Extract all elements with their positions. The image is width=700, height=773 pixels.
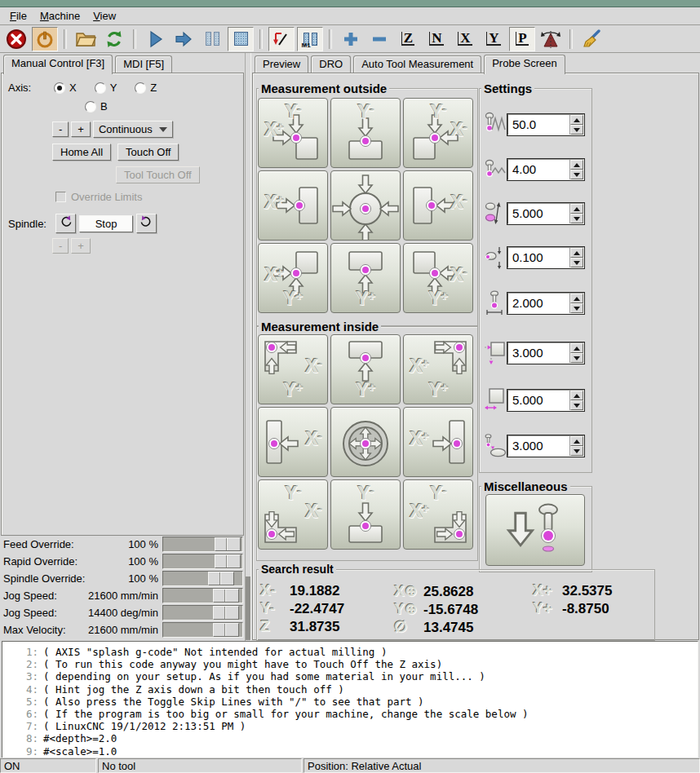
slider-handle[interactable]: [213, 623, 239, 637]
jog-minus-button[interactable]: -: [52, 121, 69, 137]
spin-up-button[interactable]: [570, 391, 583, 400]
spin-down-button[interactable]: [570, 303, 583, 313]
sash-grip[interactable]: [246, 576, 250, 640]
probe-feed-slow-spinbox[interactable]: 4.00: [507, 159, 584, 180]
spin-up-button[interactable]: [570, 160, 583, 170]
spin-down-button[interactable]: [570, 353, 583, 363]
tool-touch-off-button[interactable]: Tool Touch Off: [116, 166, 200, 183]
probe-outside-ym[interactable]: Y-: [330, 98, 401, 168]
probe-outside-corner-xp-ym[interactable]: Y-X+: [258, 98, 328, 168]
panel-sash[interactable]: [245, 53, 251, 642]
view-x-button[interactable]: X: [452, 27, 478, 51]
slider-handle[interactable]: [213, 589, 239, 603]
slider-handle[interactable]: [215, 537, 241, 551]
tab-probe-screen[interactable]: Probe Screen: [484, 55, 565, 74]
probe-inside-corner-xp-yp[interactable]: X+Y+: [403, 334, 473, 404]
probe-inside-center-hole[interactable]: [330, 407, 401, 477]
rotate-view-button[interactable]: [538, 27, 564, 51]
menu-file[interactable]: File: [3, 8, 33, 24]
probe-outside-center-circle[interactable]: [330, 170, 401, 241]
spindle-ccw-button[interactable]: [55, 214, 76, 233]
probe-latch-distance-spinbox[interactable]: 0.100: [507, 247, 584, 268]
tab-mdi-f5-[interactable]: MDI [F5]: [115, 55, 172, 73]
probe-inside-yp[interactable]: Y+: [330, 334, 401, 404]
spin-down-button[interactable]: [570, 214, 583, 223]
machine-power-button[interactable]: [32, 27, 58, 51]
touch-off-button[interactable]: Touch Off: [117, 144, 179, 161]
probe-inside-corner-ym-xp[interactable]: Y-X+: [403, 479, 473, 550]
menu-view[interactable]: View: [86, 8, 122, 24]
xy-clearance-spinbox[interactable]: 3.000: [507, 342, 584, 364]
spin-up-button[interactable]: [570, 115, 583, 125]
pause-button[interactable]: [199, 27, 225, 51]
window-titlebar[interactable]: [0, 0, 700, 7]
spin-up-button[interactable]: [570, 248, 583, 258]
probe-outside-xm[interactable]: X-: [403, 170, 473, 241]
jog-plus-button[interactable]: +: [71, 121, 91, 137]
probe-outside-corner-xm-ym[interactable]: Y-X-: [403, 98, 473, 168]
jog-mode-dropdown[interactable]: Continuous: [93, 121, 173, 138]
probe-down-button[interactable]: [485, 494, 585, 566]
spin-up-button[interactable]: [570, 204, 583, 214]
view-perspective-button[interactable]: P: [509, 27, 535, 51]
probe-outside-corner-xp-yp[interactable]: X+Y+: [258, 243, 328, 313]
view-z-button[interactable]: Z: [395, 27, 421, 51]
run-button[interactable]: [142, 27, 168, 51]
open-file-button[interactable]: [73, 27, 99, 51]
spin-down-button[interactable]: [570, 170, 583, 179]
spin-down-button[interactable]: [570, 258, 583, 267]
probe-feed-fast-spinbox[interactable]: 50.0: [507, 114, 584, 135]
probe-inside-corner-ym-xm[interactable]: Y-X-: [258, 479, 328, 550]
slider-handle[interactable]: [213, 606, 239, 620]
spin-down-button[interactable]: [570, 125, 583, 135]
optional-stop-m1-button[interactable]: M1: [297, 27, 323, 51]
probe-inside-corner-xm-yp[interactable]: X-Y+: [258, 334, 328, 404]
probe-max-distance-spinbox[interactable]: 5.000: [507, 203, 584, 224]
view-y-button[interactable]: Y: [481, 27, 507, 51]
estop-button[interactable]: [3, 27, 29, 51]
tab-auto-tool-measurement[interactable]: Auto Tool Measurement: [353, 55, 481, 73]
spindle-cw-button[interactable]: [136, 214, 157, 233]
menu-machine[interactable]: Machine: [33, 8, 86, 24]
reload-button[interactable]: [101, 27, 127, 51]
slider-track[interactable]: [162, 537, 243, 552]
slider-track[interactable]: [162, 622, 243, 638]
probe-outside-xp[interactable]: X+: [258, 170, 328, 241]
slider-track[interactable]: [162, 588, 243, 603]
slider-track[interactable]: [162, 571, 243, 586]
slider-handle[interactable]: [208, 572, 234, 585]
spindle-minus-button[interactable]: -: [52, 238, 69, 254]
zoom-in-button[interactable]: [338, 27, 364, 51]
toggle-skip-lines-button[interactable]: [268, 27, 295, 51]
spin-up-button[interactable]: [570, 294, 583, 303]
spindle-plus-button[interactable]: +: [71, 238, 91, 254]
spin-down-button[interactable]: [570, 400, 583, 410]
clear-plot-button[interactable]: [578, 27, 605, 51]
step-button[interactable]: [171, 27, 197, 51]
probe-inside-ym[interactable]: Y-: [330, 479, 401, 550]
slider-handle[interactable]: [215, 554, 241, 568]
probe-outside-corner-xm-yp[interactable]: X-Y+: [403, 243, 473, 313]
stop-button[interactable]: [228, 27, 254, 51]
override-limits-checkbox[interactable]: [55, 192, 66, 202]
z-clearance-spinbox[interactable]: 3.000: [507, 435, 584, 457]
tab-preview[interactable]: Preview: [255, 55, 308, 73]
spin-up-button[interactable]: [570, 343, 583, 353]
axis-radio-b[interactable]: B: [85, 100, 108, 113]
view-z-rotated-button[interactable]: N: [423, 27, 450, 51]
axis-radio-x[interactable]: X: [54, 82, 77, 94]
probe-outside-yp[interactable]: Y+: [330, 243, 401, 313]
axis-radio-y[interactable]: Y: [95, 82, 117, 94]
edge-length-spinbox[interactable]: 5.000: [507, 390, 584, 411]
slider-track[interactable]: [162, 554, 243, 569]
probe-tip-diameter-spinbox[interactable]: 2.000: [507, 293, 584, 314]
slider-track[interactable]: [162, 605, 243, 621]
axis-radio-z[interactable]: Z: [135, 82, 157, 94]
tab-dro[interactable]: DRO: [311, 55, 351, 73]
probe-inside-xp[interactable]: X+: [403, 407, 473, 477]
gcode-listing[interactable]: 1:( AXIS "splash g-code" Not intended fo…: [2, 641, 698, 762]
tab-manual-control-f3-[interactable]: Manual Control [F3]: [3, 55, 113, 74]
spin-up-button[interactable]: [570, 436, 583, 446]
spindle-stop-button[interactable]: Stop: [79, 215, 133, 232]
spin-down-button[interactable]: [570, 446, 583, 456]
